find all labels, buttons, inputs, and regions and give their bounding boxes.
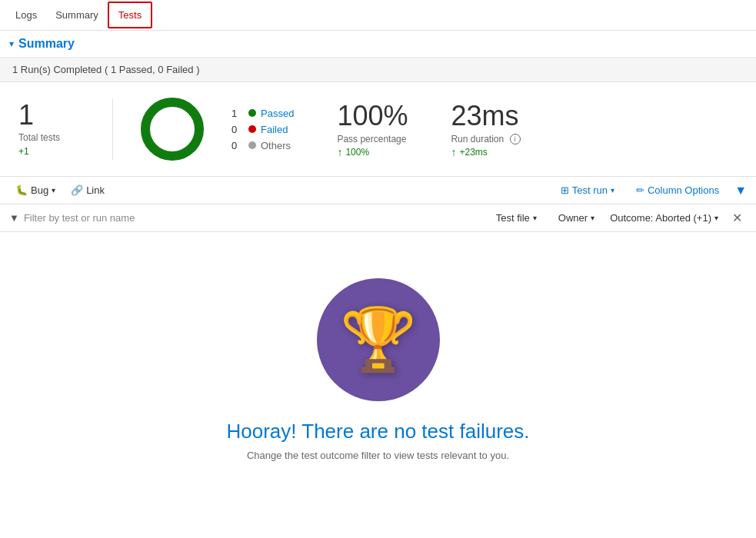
duration-arrow-icon: ↑ (451, 146, 456, 158)
test-run-label: Test run (572, 184, 608, 196)
duration-label: Run duration i (451, 134, 520, 145)
filter-text[interactable]: Filter by test or run name (24, 212, 135, 224)
link-button[interactable]: 🔗 Link (65, 181, 111, 199)
owner-dropdown[interactable]: Owner ▾ (552, 209, 601, 227)
bug-button[interactable]: 🐛 Bug ▾ (9, 181, 62, 199)
tab-logs[interactable]: Logs (6, 3, 46, 27)
legend-passed: 1 Passed (231, 108, 294, 119)
empty-state: 🏆 Hooray! There are no test failures. Ch… (0, 232, 756, 477)
outcome-label: Outcome: Aborted (+1) (610, 212, 711, 224)
filter-close-button[interactable]: ✕ (728, 209, 747, 227)
failed-count: 0 (231, 124, 244, 135)
column-options-icon: ✏ (636, 184, 644, 196)
passed-dot (248, 109, 256, 117)
filter-icon[interactable]: ▼ (734, 184, 747, 198)
test-file-chevron-icon: ▾ (533, 214, 537, 222)
summary-title: Summary (18, 37, 75, 51)
others-count: 0 (231, 140, 244, 151)
duration-value: 23ms (451, 100, 520, 132)
test-run-icon: ⊞ (561, 184, 569, 196)
owner-chevron-icon: ▾ (591, 214, 594, 222)
failed-dot (248, 125, 256, 133)
others-label: Others (261, 140, 291, 151)
outcome-dropdown[interactable]: Outcome: Aborted (+1) ▾ (610, 212, 718, 224)
passed-count: 1 (231, 108, 244, 119)
filter-right: Test file ▾ Owner ▾ Outcome: Aborted (+1… (490, 209, 747, 227)
filter-bar: ▼ Filter by test or run name Test file ▾… (0, 204, 756, 232)
bug-chevron-icon: ▾ (52, 186, 55, 194)
legend-others: 0 Others (231, 140, 294, 151)
legend-failed: 0 Failed (231, 124, 294, 135)
svg-point-1 (145, 102, 199, 156)
legend: 1 Passed 0 Failed 0 Others (231, 108, 294, 151)
column-options-label: Column Options (648, 184, 719, 196)
run-info-bar: 1 Run(s) Completed ( 1 Passed, 0 Failed … (0, 58, 756, 82)
duration-info-icon: i (510, 134, 521, 144)
total-tests-number: 1 (18, 101, 88, 129)
summary-header: ▾ Summary (0, 31, 756, 58)
pass-pct-arrow-icon: ↑ (337, 146, 342, 158)
pass-pct-value: 100% (337, 100, 408, 132)
pass-pct-label: Pass percentage (337, 134, 408, 144)
trophy-container: 🏆 (317, 278, 440, 401)
owner-label: Owner (558, 212, 588, 224)
duration-change: ↑ +23ms (451, 146, 520, 158)
total-tests-label: Total tests (18, 132, 88, 143)
hooray-text: Hooray! There are no test failures. (226, 420, 529, 443)
tab-tests[interactable]: Tests (108, 2, 152, 28)
stats-divider (112, 98, 113, 160)
toolbar-right: ⊞ Test run ▾ ✏ Column Options ▼ (555, 181, 747, 199)
tab-bar: Logs Summary Tests (0, 0, 756, 31)
link-label: Link (86, 184, 105, 196)
outcome-chevron-icon: ▾ (714, 214, 718, 222)
test-run-button[interactable]: ⊞ Test run ▾ (555, 181, 621, 199)
link-icon: 🔗 (71, 184, 83, 196)
test-file-label: Test file (496, 212, 530, 224)
trophy-icon: 🏆 (340, 304, 417, 376)
test-file-dropdown[interactable]: Test file ▾ (490, 209, 543, 227)
donut-chart (138, 95, 207, 164)
bug-label: Bug (31, 184, 48, 196)
pass-pct-change: ↑ 100% (337, 146, 408, 158)
test-run-chevron-icon: ▾ (611, 186, 614, 194)
pass-pct-block: 100% Pass percentage ↑ 100% (337, 100, 408, 158)
bug-icon: 🐛 (15, 184, 28, 196)
duration-block: 23ms Run duration i ↑ +23ms (451, 100, 520, 159)
failed-label[interactable]: Failed (261, 124, 288, 135)
passed-label[interactable]: Passed (261, 108, 294, 119)
tab-summary[interactable]: Summary (46, 3, 108, 27)
toolbar-left: 🐛 Bug ▾ 🔗 Link (9, 181, 111, 199)
summary-chevron-icon[interactable]: ▾ (9, 38, 14, 49)
pass-pct-change-value: 100% (345, 147, 369, 158)
total-tests-block: 1 Total tests +1 (18, 101, 88, 157)
total-tests-change: +1 (18, 146, 88, 157)
others-dot (248, 141, 256, 149)
toolbar: 🐛 Bug ▾ 🔗 Link ⊞ Test run ▾ ✏ Column Opt… (0, 177, 756, 204)
stats-area: 1 Total tests +1 1 Passed 0 Failed 0 Oth… (0, 82, 756, 177)
filter-left: ▼ Filter by test or run name (9, 212, 135, 224)
duration-change-value: +23ms (459, 147, 487, 158)
filter-funnel-icon: ▼ (9, 212, 19, 224)
sub-text: Change the test outcome filter to view t… (247, 450, 509, 461)
column-options-button[interactable]: ✏ Column Options (630, 181, 725, 199)
